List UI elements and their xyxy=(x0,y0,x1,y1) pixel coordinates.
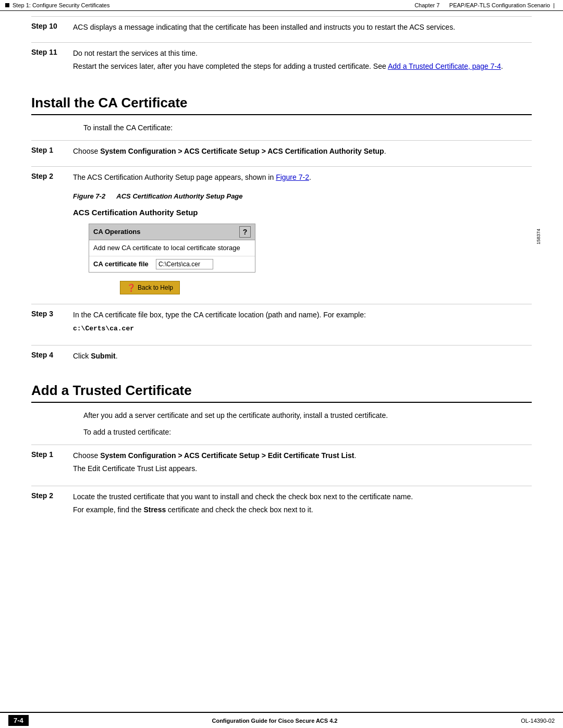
section2-step2-label: Step 2 xyxy=(31,491,73,517)
footer-right: OL-14390-02 xyxy=(521,718,555,724)
section1-step2-content: The ACS Certification Authority Setup pa… xyxy=(73,172,532,294)
header-icon xyxy=(5,3,9,7)
side-number: 158374 xyxy=(535,229,543,244)
footer-center: Configuration Guide for Cisco Secure ACS… xyxy=(212,718,337,724)
step3-code: c:\Certs\ca.cer xyxy=(73,325,134,332)
step-11-text: Do not restart the services at this time… xyxy=(73,48,532,59)
step-10-content: ACS displays a message indicating that t… xyxy=(73,22,532,33)
ca-ops-container: CA Operations ? Add new CA certificate t… xyxy=(89,224,255,273)
section1-step4-label: Step 4 xyxy=(31,351,73,362)
section1-step4-content: Click Submit. xyxy=(73,351,532,362)
ca-ops-field-row: CA certificate file xyxy=(89,256,255,272)
section2-intro1: After you add a server certificate and s… xyxy=(83,411,532,419)
section2-step2-content: Locate the trusted certificate that you … xyxy=(73,491,532,517)
step-11-label: Step 11 xyxy=(31,48,73,74)
step-11-block: Step 11 Do not restart the services at t… xyxy=(31,42,532,79)
step-11-content: Do not restart the services at this time… xyxy=(73,48,532,74)
back-to-help-button[interactable]: ❓ Back to Help xyxy=(120,281,180,294)
footer-page-number: 7-4 xyxy=(8,715,29,726)
header-right: Chapter 7 PEAP/EAP-TLS Configuration Sce… xyxy=(414,2,555,8)
ca-ops-desc: Add new CA certificate to local certific… xyxy=(93,244,240,252)
header-title: PEAP/EAP-TLS Configuration Scenario xyxy=(449,2,550,8)
section1-step1-content: Choose System Configuration > ACS Certif… xyxy=(73,146,532,157)
ca-cert-input[interactable] xyxy=(156,259,213,269)
ca-ops-title: CA Operations xyxy=(93,227,141,237)
section2-intro2: To add a trusted certificate: xyxy=(83,428,532,436)
section1-intro: To install the CA Certificate: xyxy=(83,124,532,132)
back-to-help-container: ❓ Back to Help xyxy=(120,281,532,294)
section2-step2-block: Step 2 Locate the trusted certificate th… xyxy=(31,486,532,523)
step-10-label: Step 10 xyxy=(31,22,73,33)
section1-step2-label: Step 2 xyxy=(31,172,73,294)
header: Step 1: Configure Security Certificates … xyxy=(0,0,563,11)
ca-cert-label: CA certificate file xyxy=(93,259,156,269)
section2-step2-text: Locate the trusted certificate that you … xyxy=(73,492,413,501)
section2-step1-label: Step 1 xyxy=(31,450,73,476)
section2-step1-bold: System Configuration > ACS Certificate S… xyxy=(100,451,354,460)
ca-ops-desc-row: Add new CA certificate to local certific… xyxy=(89,240,255,256)
fig-title: ACS Certification Authority Setup Page xyxy=(116,192,242,200)
section1-step1-block: Step 1 Choose System Configuration > ACS… xyxy=(31,140,532,162)
figure-caption: Figure 7-2 ACS Certification Authority S… xyxy=(73,191,532,202)
section1-step1-label: Step 1 xyxy=(31,146,73,157)
section1-step2-block: Step 2 The ACS Certification Authority S… xyxy=(31,166,532,300)
section1-heading: Install the CA Certificate xyxy=(31,95,532,115)
section2-step1-sub: The Edit Certificate Trust List appears. xyxy=(73,464,197,473)
footer: 7-4 Configuration Guide for Cisco Secure… xyxy=(0,712,563,728)
section2-step2-bold: Stress xyxy=(143,505,166,514)
ca-ops-header: CA Operations ? xyxy=(89,224,255,240)
figure-7-2-link[interactable]: Figure 7-2 xyxy=(276,173,309,181)
figure-area: CA Operations ? Add new CA certificate t… xyxy=(89,224,532,294)
back-to-help-label: Back to Help xyxy=(138,284,173,291)
section2-step1-content: Choose System Configuration > ACS Certif… xyxy=(73,450,532,476)
step-11-note: Restart the services later, after you ha… xyxy=(73,61,532,72)
header-step-label: Step 1: Configure Security Certificates xyxy=(13,2,109,8)
ca-ops-help-button[interactable]: ? xyxy=(239,226,251,238)
section1-step4-bold: Submit xyxy=(91,352,115,360)
step-10-text: ACS displays a message indicating that t… xyxy=(73,23,455,31)
main-content: Step 10 ACS displays a message indicatin… xyxy=(0,11,563,558)
header-chapter: Chapter 7 xyxy=(414,2,439,8)
fig-label: Figure 7-2 xyxy=(73,192,105,200)
trusted-cert-link[interactable]: Add a Trusted Certificate, page 7-4 xyxy=(388,62,501,70)
section1-step4-block: Step 4 Click Submit. xyxy=(31,345,532,367)
section1-step3-content: In the CA certificate file box, type the… xyxy=(73,310,532,336)
section1-step1-bold: System Configuration > ACS Certificate S… xyxy=(100,147,384,155)
help-icon: ❓ xyxy=(127,283,136,292)
section1-step3-block: Step 3 In the CA certificate file box, t… xyxy=(31,304,532,341)
header-left: Step 1: Configure Security Certificates xyxy=(5,2,109,8)
section2-heading: Add a Trusted Certificate xyxy=(31,382,532,403)
step-10-block: Step 10 ACS displays a message indicatin… xyxy=(31,16,532,38)
section2-step1-block: Step 1 Choose System Configuration > ACS… xyxy=(31,445,532,482)
acs-setup-heading: ACS Certification Authority Setup xyxy=(73,207,532,219)
section1-step3-label: Step 3 xyxy=(31,310,73,336)
